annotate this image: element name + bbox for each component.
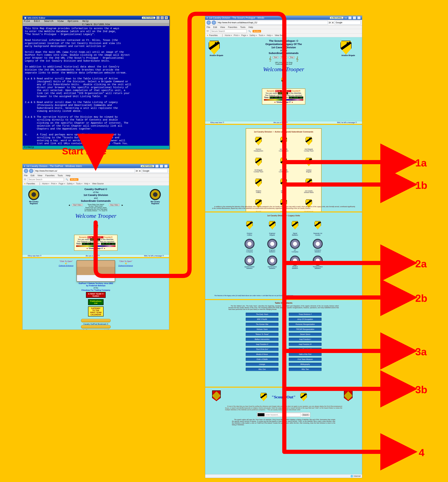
tab-print[interactable]: Print [234, 34, 240, 37]
legacy-unit-cell[interactable]: Division Artillery [244, 218, 255, 236]
legacy-unit-cell[interactable]: MP Company [290, 239, 300, 253]
left-regiment-crest[interactable]: 9th Cavalry Regiment [26, 189, 41, 205]
favorites-star-icon[interactable]: ★ [24, 183, 26, 185]
menu-tools[interactable]: Tools [240, 26, 245, 28]
secure-search-input[interactable] [210, 30, 247, 33]
plaque-publications[interactable]: Publications List [88, 299, 103, 305]
back-button[interactable] [207, 21, 211, 25]
refresh-icon[interactable]: ⟳ [329, 21, 331, 24]
active-unit-cell[interactable]: Aviation Brigade [303, 155, 314, 173]
toc-link[interactable]: Bibliography [289, 363, 322, 366]
toc-link[interactable]: Iraqi Freedom III [289, 343, 322, 346]
close-button[interactable] [164, 165, 168, 168]
plaque-calendar[interactable]: GATEWAY TO THE FIRST TEAM CALENDAR [88, 306, 103, 316]
pause-button[interactable]: Pause [280, 56, 287, 58]
menu-view[interactable]: View [57, 20, 63, 23]
close-button[interactable] [357, 16, 361, 19]
tab-page[interactable]: Page [241, 34, 248, 37]
toc-link[interactable]: Iraqi Freedom I [289, 338, 322, 341]
secure-search-input[interactable] [28, 178, 64, 181]
address-bar[interactable] [34, 169, 135, 173]
stop-icon[interactable]: ✕ [332, 21, 334, 24]
menu-help[interactable]: Help [66, 174, 71, 177]
browser-search-box[interactable] [142, 169, 168, 173]
toc-link[interactable]: TRICAP Reorganization [289, 328, 322, 331]
menu-tools[interactable]: Tools [58, 174, 63, 177]
start-button[interactable]: Start [273, 56, 278, 58]
favorites-label[interactable]: Favorites [209, 34, 218, 37]
view-source-link[interactable]: View Source [92, 183, 103, 185]
minimize-button[interactable]: _ [157, 16, 160, 19]
toc-link[interactable]: "Return To Texas" [246, 333, 278, 336]
menu-file[interactable]: File [207, 26, 210, 28]
toc-link[interactable]: Iraqi Freedom V [289, 348, 322, 351]
search-icon[interactable]: 🔍 [66, 178, 68, 181]
right-brigade-crest[interactable]: Aviation Brigade [340, 41, 356, 56]
menu-favorites[interactable]: Favorites [45, 174, 55, 177]
tab-tools[interactable]: Tools [259, 34, 265, 37]
active-unit-cell[interactable]: 3rd Brigade Combat Team [253, 155, 264, 173]
right-regiment-crest[interactable]: 9th Cavalry Regiment [148, 189, 163, 205]
toc-link[interactable]: Lineage [246, 363, 278, 366]
stop-video-button[interactable]: Stop Video [109, 204, 120, 206]
refresh-icon[interactable]: ⟳ [136, 170, 138, 172]
browser-search-box[interactable] [335, 21, 361, 24]
toc-link[interactable]: Misc Two [289, 368, 322, 371]
maximize-button[interactable] [160, 165, 163, 168]
active-unit-cell[interactable]: Division Artillery [253, 176, 264, 194]
tab-home[interactable]: Home [225, 34, 232, 37]
toc-link[interactable]: Balkan Intervention [246, 338, 278, 341]
toc-link[interactable]: The Korean War [246, 323, 278, 326]
click-open-right[interactable]: "Click To Open"👈Outpost Entrance [118, 260, 133, 267]
toc-link[interactable]: Iraqi Freedom II [246, 343, 278, 346]
tab-safety[interactable]: Safety [67, 183, 74, 185]
active-unit-cell[interactable]: Division Support [278, 176, 289, 194]
active-unit-cell[interactable]: 2nd Brigade Combat Team [303, 134, 314, 152]
menu-options[interactable]: Options [68, 20, 79, 23]
stop-icon[interactable]: ✕ [139, 170, 141, 172]
stop-button[interactable]: Stop [289, 56, 294, 58]
add-favorites-link[interactable]: Add To My Favorites [102, 329, 112, 329]
click-open-left[interactable]: "Click To Open"👉Outpost Entrance [59, 260, 73, 267]
legacy-unit-cell[interactable]: Medical Battalion [290, 256, 300, 270]
search-input[interactable] [265, 413, 301, 417]
plaque-guidon[interactable]: A FIRST TEAM !!! Guidon [86, 292, 106, 298]
start-video-button[interactable]: Start Video [72, 204, 83, 206]
msdos-text-body[interactable]: This Site Map diagram provides informati… [23, 26, 169, 146]
toc-link[interactable]: The Early Years [246, 313, 278, 316]
toc-link[interactable]: Pentomic Reorganization [289, 323, 322, 326]
favorites-star-icon[interactable]: ★ [207, 34, 208, 37]
toc-link[interactable]: Troop Divisions !! [289, 313, 322, 316]
search-icon[interactable]: 🔍 [248, 30, 251, 32]
tab-print[interactable]: Print [51, 183, 57, 185]
legacy-unit-cell[interactable]: Transportation Battalion [313, 256, 323, 270]
tab-help[interactable]: Help [84, 183, 90, 185]
menu-edit[interactable]: Edit [34, 20, 40, 23]
active-unit-cell[interactable]: 1st Cavalry Division Band [303, 176, 314, 194]
legacy-unit-cell[interactable]: Separate 1st Cavalry [312, 218, 323, 236]
tab-safety[interactable]: Safety [250, 34, 257, 37]
tab-help[interactable]: Help [267, 34, 273, 37]
active-unit-cell[interactable]: 1st Brigade Combat Team [278, 134, 289, 152]
address-bar[interactable] [217, 21, 328, 24]
legacy-unit-cell[interactable]: Engineer Brigade [267, 218, 278, 236]
fort-caption-1[interactable]: OutPost © Dakota Territory, circa 1852 [79, 282, 113, 284]
toc-link[interactable]: Desert Storm [289, 333, 322, 336]
legacy-unit-cell[interactable]: Engineer Battalion [267, 239, 277, 253]
toc-link[interactable]: Army Of Occupation [289, 318, 322, 321]
maximize-button[interactable] [353, 16, 356, 19]
maximize-button[interactable]: □ [161, 16, 164, 19]
menu-favorites[interactable]: Favorites [228, 26, 237, 28]
legacy-unit-cell[interactable]: Maintenance Battalion [267, 256, 277, 270]
toc-link[interactable]: WW II Pacific [246, 318, 278, 321]
menu-edit[interactable]: Edit [31, 174, 34, 177]
view-source-link[interactable]: View Source [275, 34, 286, 37]
ie-menubar[interactable]: File Edit View Favorites Tools Help [205, 25, 362, 29]
toc-link[interactable]: Order of Battle [246, 358, 278, 361]
menu-edit[interactable]: Edit [213, 26, 217, 28]
set-homepage-link[interactable]: Set To My HomePage [80, 329, 91, 329]
toc-link[interactable]: Misc One [246, 368, 278, 371]
favorites-label[interactable]: Favorites [27, 183, 35, 185]
tab-tools[interactable]: Tools [76, 183, 82, 185]
toc-link[interactable]: Halls of the First [289, 353, 322, 356]
